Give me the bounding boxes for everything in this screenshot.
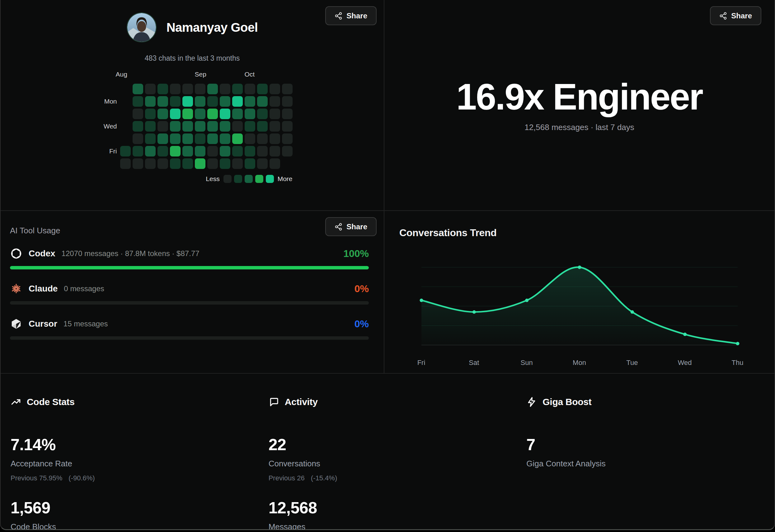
tool-percent: 0% [354,283,369,295]
heatmap-cell [269,96,280,107]
heatmap-cell [207,109,218,119]
tool-usage-title: AI Tool Usage [10,226,369,236]
share-button-hero[interactable]: Share [710,6,761,25]
stat-previous: Previous 26(-15.4%) [268,474,517,482]
heatmap-cell [232,96,243,107]
heatmap-cell [195,146,205,156]
heatmap-cell [282,84,292,94]
chats-summary: 483 chats in the last 3 months [1,54,384,63]
x-axis-label: Fri [418,359,426,367]
heatmap-cell [170,96,180,107]
heatmap-cell [257,133,268,144]
legend-more-label: More [278,175,292,183]
heatmap-month-labels: AugSepOct [120,71,292,79]
trend-card: Conversations Trend FriSatSunMonTueWedTh… [384,211,774,374]
tool-percent: 100% [343,248,369,259]
legend-swatch [245,175,253,183]
hero-card: Share 16.9x Engineer 12,568 messages · l… [384,0,774,211]
heatmap-cell [257,146,268,156]
heatmap-cell [120,146,131,156]
x-axis-label: Sat [469,359,479,367]
share-button-profile[interactable]: Share [325,6,376,25]
heatmap-cell [157,96,168,107]
heatmap-cell [207,133,218,144]
x-axis-label: Thu [732,359,744,367]
heatmap-cell [145,121,156,132]
heatmap-cell [207,146,218,156]
section-title: Giga Boost [543,397,591,407]
legend-swatch [255,175,263,183]
heatmap-cell [195,109,205,119]
tool-name: Codex [29,249,55,259]
tool-row-cursor: Cursor 15 messages 0% [10,318,369,340]
heatmap-cell [220,158,230,169]
cursor-icon [10,318,22,330]
heatmap-cell [182,96,193,107]
heatmap-cell [207,84,218,94]
heatmap-cell [232,133,243,144]
stat-delta: (-90.6%) [68,474,95,482]
heatmap-cell [257,158,268,169]
heatmap-cell [157,146,168,156]
heatmap-cell [170,84,180,94]
tool-row-claude: Claude 0 messages 0% [10,282,369,305]
heatmap-cell [282,121,292,132]
tool-progress-track [10,336,369,340]
heatmap-cell [220,109,230,119]
share-button-label: Share [731,12,752,20]
legend-less-label: Less [206,175,219,183]
heatmap-cell [170,121,180,132]
stat-label: Giga Context Analysis [526,459,774,469]
claude-icon [10,282,22,295]
heatmap-month-label: Sep [195,71,206,78]
heatmap-cell [195,121,205,132]
heatmap-cell [245,146,255,156]
heatmap-cell [157,133,168,144]
heatmap-cell [245,96,255,107]
heatmap-cell [182,84,193,94]
heatmap-cell [232,121,243,132]
heatmap-cell [182,109,193,119]
heatmap-grid [120,84,292,169]
stat-label: Messages [268,522,517,530]
heatmap-cell [182,146,193,156]
heatmap-cell [269,121,280,132]
heatmap-cell [257,109,268,119]
heatmap-cell [145,96,156,107]
heatmap-cell [157,109,168,119]
x-axis-label: Wed [678,359,692,367]
heatmap-cell [133,96,143,107]
trend-chart: FriSatSunMonTueWedThu [422,261,738,368]
heatmap-cell [220,146,230,156]
legend-swatch [234,175,242,183]
activity-heatmap: AugSepOct MonWedFri Less More [92,71,292,184]
heatmap-cell [269,146,280,156]
lightning-icon [526,397,537,407]
chat-bubble-icon [268,397,279,407]
heatmap-cell [207,121,218,132]
heatmap-cell [269,133,280,144]
heatmap-cell [145,133,156,144]
openai-icon [10,247,22,260]
heatmap-cell [182,121,193,132]
giga-boost-section: Giga Boost 7 Giga Context Analysis [516,374,774,530]
heatmap-cell [269,109,280,119]
share-button-tools[interactable]: Share [325,217,376,236]
heatmap-cell [282,96,292,107]
heatmap-cell [245,84,255,94]
share-button-label: Share [346,222,367,231]
stat-value: 7 [526,436,774,453]
heatmap-cell [133,158,143,169]
heatmap-cell [245,133,255,144]
heatmap-cell [232,84,243,94]
heatmap-cell [170,158,180,169]
tool-progress-track [10,301,369,305]
heatmap-cell [170,109,180,119]
heatmap-cell [245,121,255,132]
heatmap-cell [257,84,268,94]
heatmap-cell [195,158,205,169]
heatmap-cell [133,133,143,144]
heatmap-cell [195,133,205,144]
heatmap-cell [157,121,168,132]
x-axis-label: Sun [521,359,533,367]
